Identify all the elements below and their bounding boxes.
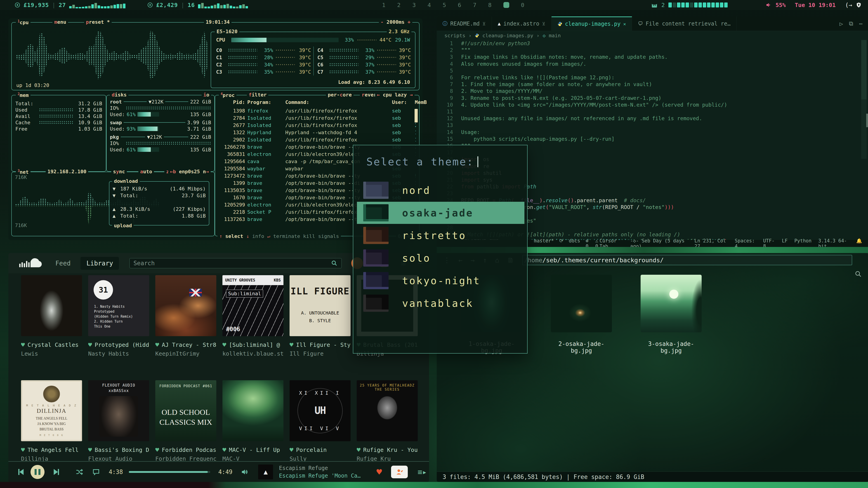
process-row[interactable]: 2677Isolated/usr/lib/firefox/firefoxseb2…: [218, 122, 416, 129]
like-icon[interactable]: ♥: [376, 467, 382, 477]
editor-scrollbar[interactable]: [866, 113, 868, 127]
heart-icon[interactable]: ♥: [222, 341, 226, 349]
previous-track-icon[interactable]: [16, 467, 25, 477]
status-item[interactable]: -◇- Seb Day (5 days ago): [630, 238, 688, 247]
disks-io-toggle[interactable]: io: [202, 92, 211, 98]
breadcrumb-symbol[interactable]: main: [549, 33, 561, 38]
status-item[interactable]: ⊗ 0: [586, 238, 590, 247]
track-card[interactable]: 25 YEARS OF METALHEADZ THE SERIES♥Rufige…: [357, 380, 418, 462]
status-item[interactable]: ⚠ 0: [595, 238, 599, 247]
process-row[interactable]: 1398firefox/usr/lib/firefox/firefoxseb1.…: [218, 107, 416, 114]
proc-panel-title[interactable]: 4proc: [219, 92, 237, 98]
theme-option-vantablack[interactable]: vantablack: [357, 292, 524, 314]
track-artist[interactable]: kollektiv.blaue.stunde: [222, 350, 283, 357]
net-device-switcher[interactable]: ←b enp0s25 n→: [168, 169, 211, 174]
heart-icon[interactable]: ♥: [88, 341, 92, 349]
process-row[interactable]: 1322HyprlandHyprland --watchdog-fd 4seb1…: [218, 129, 416, 136]
track-title[interactable]: Rufige Kru - You H…: [363, 447, 418, 453]
now-playing-artwork[interactable]: ▲: [258, 464, 273, 480]
proc-percore-toggle[interactable]: per-core: [326, 92, 353, 98]
progress-bar[interactable]: [129, 471, 210, 473]
track-card[interactable]: FLEXOUT AUDIO xxBASSxx♥Bassi's Boxing Da…: [88, 380, 149, 462]
workspace-7[interactable]: 7: [473, 2, 476, 8]
pin-icon[interactable]: ⊻: [542, 21, 546, 26]
file-item[interactable]: 2-osaka-jade-bg.jpg: [551, 275, 612, 354]
volume-icon[interactable]: [240, 468, 249, 476]
minimap[interactable]: [861, 40, 867, 238]
track-title[interactable]: Prototyped (Hidden…: [95, 341, 149, 348]
net-panel-title[interactable]: 3net: [16, 169, 31, 175]
theme-option-tokyo-night[interactable]: tokyo-night: [357, 269, 524, 292]
track-artist[interactable]: KeepinItGrimy: [155, 350, 216, 357]
track-artist[interactable]: Ill Figure: [289, 350, 350, 357]
track-title[interactable]: Crystal Castles - …: [28, 341, 82, 348]
status-item[interactable]: Cursor Tab: [599, 238, 623, 247]
nav-library[interactable]: Library: [81, 257, 119, 270]
status-item[interactable]: LF: [782, 238, 787, 247]
breadcrumb[interactable]: scripts› cleanup-images.py› ◇ main: [437, 31, 868, 40]
workspace-1[interactable]: 1: [382, 2, 385, 8]
run-button[interactable]: ▷: [839, 20, 843, 27]
status-item[interactable]: master*: [534, 238, 554, 247]
queue-icon[interactable]: ≡▸: [418, 467, 427, 477]
theme-option-solo[interactable]: solo: [357, 247, 524, 269]
cpu-panel-title[interactable]: 1cpu: [16, 19, 31, 25]
proc-scrollbar[interactable]: [414, 109, 418, 123]
heart-icon[interactable]: ♥: [357, 446, 361, 454]
proc-footer-keys[interactable]: ↑ select ↓ info ↵ terminate kill signals: [217, 233, 341, 239]
track-artist[interactable]: Nasty Habits: [88, 350, 149, 357]
search-icon[interactable]: [331, 260, 338, 267]
status-item[interactable]: UTF-8: [763, 238, 775, 247]
volume-icon[interactable]: [765, 2, 772, 8]
status-item[interactable]: Spaces: 4: [735, 238, 756, 247]
track-title[interactable]: Ill Figure - Sty…: [296, 341, 350, 348]
proc-sort-control[interactable]: ← cpu lazy →: [375, 92, 414, 98]
disks-panel-title[interactable]: disks: [110, 92, 128, 98]
shield-icon[interactable]: [856, 2, 862, 8]
proc-filter-button[interactable]: filter: [247, 92, 268, 98]
now-playing-title[interactable]: Escapism Refuge 'Moon Ca…: [279, 472, 361, 480]
now-playing-artist[interactable]: Escapism Refuge: [279, 464, 361, 472]
split-editor-button[interactable]: ⧉: [849, 20, 853, 27]
heart-icon[interactable]: ♥: [21, 341, 25, 349]
track-title[interactable]: Forbidden Podcast …: [162, 447, 216, 453]
status-item[interactable]: 3.14.3 64-bit: [818, 238, 849, 247]
search-input[interactable]: Search: [129, 258, 342, 268]
net-auto-toggle[interactable]: auto: [138, 169, 154, 174]
nav-feed[interactable]: Feed: [55, 260, 70, 267]
cpu-interval-control[interactable]: - 2000ms +: [379, 19, 412, 25]
track-card[interactable]: ♥Crystal Castles - …Lewis: [21, 275, 82, 357]
track-card[interactable]: XI XII IUHVII VI V♥PorcelainSully: [289, 380, 350, 462]
status-item[interactable]: Ln 231, Col 27: [694, 238, 728, 247]
theme-option-ristretto[interactable]: ristretto: [357, 224, 524, 247]
follow-button[interactable]: [391, 466, 408, 478]
process-row[interactable]: 2784Isolated/usr/lib/firefox/firefoxseb2…: [218, 114, 416, 122]
track-title[interactable]: Porcelain: [296, 447, 327, 453]
breadcrumb-file[interactable]: cleanup-images.py: [483, 33, 533, 38]
process-row[interactable]: 2902Isolated/usr/lib/firefox/firefoxseb1…: [218, 136, 416, 143]
track-title[interactable]: Bassi's Boxing Day…: [95, 447, 149, 453]
shuffle-icon[interactable]: [75, 468, 84, 476]
track-title[interactable]: MAC-V - Liff Up: [229, 447, 280, 453]
finance-widget-2[interactable]: £2,429 | 16: [147, 2, 248, 8]
workspace-8[interactable]: 8: [488, 2, 491, 8]
track-artist[interactable]: Lewis: [21, 350, 82, 357]
workspace-switcher[interactable]: 123456780: [382, 0, 524, 10]
track-card[interactable]: 311. Nasty Habits Prototyped (Hidden Tur…: [88, 275, 149, 357]
more-actions-button[interactable]: ⋯: [859, 20, 863, 27]
cpu-menu-button[interactable]: menu: [53, 19, 68, 25]
heart-icon[interactable]: ♥: [21, 446, 25, 454]
workspace-active[interactable]: [503, 2, 509, 8]
mem-panel-title[interactable]: 2mem: [16, 92, 31, 98]
status-item[interactable]: Python: [794, 238, 811, 247]
tab-index-astro[interactable]: ▲index.astro⊻: [492, 17, 552, 31]
status-item[interactable]: 🔔: [856, 238, 862, 247]
finance-widget-1[interactable]: £19,935 | 27: [14, 2, 125, 8]
logout-icon[interactable]: (→: [845, 2, 852, 8]
track-card[interactable]: ILL FIGUREA. UNTOUCHABLE B. STYLE♥Ill Fi…: [289, 275, 350, 357]
track-title[interactable]: [Sub:liminal] @ [U…: [229, 341, 283, 348]
workspace-2[interactable]: 2: [397, 2, 401, 8]
workspace-0[interactable]: 0: [521, 2, 524, 8]
heart-icon[interactable]: ♥: [289, 446, 293, 454]
path-bar[interactable]: /home/seb/.themes/current/backgrounds/: [522, 255, 852, 265]
